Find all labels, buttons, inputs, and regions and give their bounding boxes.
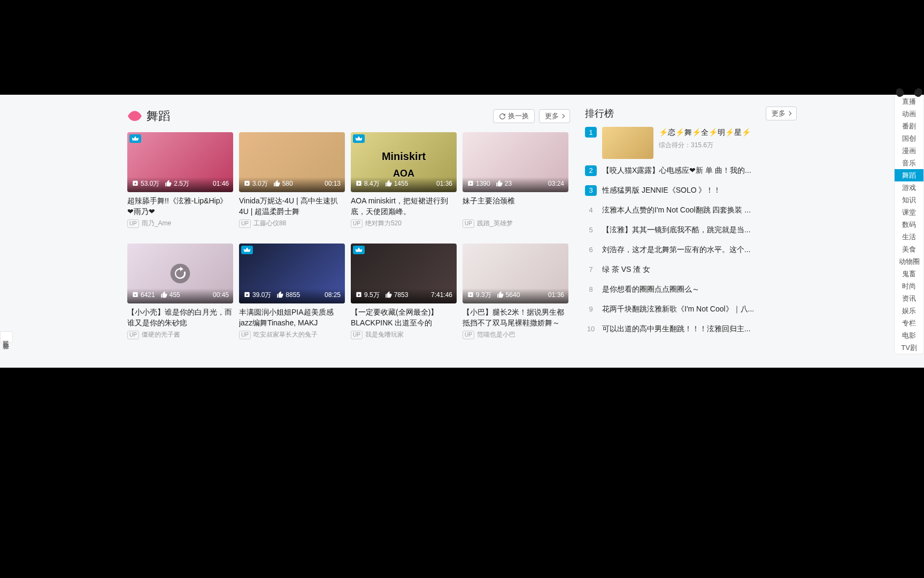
- ranking-item[interactable]: 10 可以出道的高中男生翻跳！！！泫雅回归主...: [585, 321, 797, 337]
- video-duration: 08:25: [325, 291, 341, 299]
- refresh-icon: [499, 113, 506, 120]
- section-title: 舞蹈: [147, 108, 489, 124]
- uploader-name[interactable]: 吃安叔家草长大的兔子: [253, 330, 318, 339]
- like-count: 5640: [497, 291, 520, 299]
- nav-item-漫画[interactable]: 漫画: [895, 144, 923, 157]
- up-badge: UP: [463, 331, 474, 339]
- nav-item-舞蹈[interactable]: 舞蹈: [895, 169, 923, 181]
- video-thumbnail[interactable]: 6421 455 00:45: [127, 244, 233, 303]
- video-thumbnail[interactable]: 53.0万 2.5万 01:46: [127, 132, 233, 192]
- chevron-right-icon: [560, 114, 565, 118]
- video-card: 9.3万 5640 01:36 【小巴】腿长2米！据说男生都抵挡不了双马尾裸鞋撒…: [463, 244, 568, 348]
- like-count: 8855: [276, 291, 300, 299]
- ranking-item[interactable]: 9 花两千块翻跳泫雅新歌《I'm Not Cool》｜八...: [585, 301, 797, 317]
- rank-number: 3: [585, 185, 597, 196]
- uploader-name[interactable]: 我是兔嗜玩家: [365, 330, 404, 339]
- video-card: 3.0万 580 00:13 Vinida万妮达-4U | 高中生速扒4U | …: [239, 132, 345, 237]
- rank-number: 8: [585, 284, 597, 295]
- video-duration: 03:24: [548, 180, 564, 187]
- customer-service-float[interactable]: 联系客服: [0, 331, 13, 343]
- nav-item-知识[interactable]: 知识: [895, 194, 923, 206]
- video-title[interactable]: 丰满圆润小姐姐PIA超美质感jazz编舞Tinashe, MAKJ: [239, 307, 345, 328]
- video-thumbnail[interactable]: 1390 23 03:24: [463, 132, 568, 192]
- video-title[interactable]: Vinida万妮达-4U | 高中生速扒4U | 超温柔爵士舞: [239, 195, 345, 217]
- ranking-item[interactable]: 4 泫雅本人点赞的I'm Not Cool翻跳 四套换装 ...: [585, 202, 797, 218]
- video-card: Miniskirt AOA 8.4万 1455 01:36 AOA minisk…: [351, 132, 457, 237]
- nav-item-美食[interactable]: 美食: [895, 243, 923, 255]
- rank-number: 7: [585, 264, 597, 275]
- ranking-item[interactable]: 3 性感猛男版 JENNIE《SOLO 》！！: [585, 182, 797, 199]
- nav-item-资讯[interactable]: 资讯: [895, 292, 923, 305]
- ranking-item[interactable]: 1 ⚡恋⚡舞⚡全⚡明⚡星⚡ 综合得分：315.6万: [585, 127, 797, 159]
- ranking-list: 1 ⚡恋⚡舞⚡全⚡明⚡星⚡ 综合得分：315.6万 2 【咬人猫X露露】心电感应…: [585, 127, 797, 337]
- more-label: 更多: [545, 111, 559, 121]
- up-badge: UP: [351, 219, 363, 228]
- nav-item-电影[interactable]: 电影: [895, 329, 923, 341]
- ranking-more-button[interactable]: 更多: [766, 107, 797, 120]
- video-title[interactable]: AOA miniskirt，把短裙进行到底，天使团巅峰。: [351, 195, 457, 217]
- video-title[interactable]: 【小巴】腿长2米！据说男生都抵挡不了双马尾裸鞋撒娇舞～: [463, 307, 568, 328]
- nav-item-动画[interactable]: 动画: [895, 108, 923, 120]
- nav-item-生活[interactable]: 生活: [895, 231, 923, 243]
- rank-number: 10: [585, 324, 597, 334]
- ranking-item[interactable]: 7 绿 茶 VS 渣 女: [585, 261, 797, 278]
- uploader-name[interactable]: 践踏_英雄梦: [477, 219, 513, 228]
- rank-item-title: 性感猛男版 JENNIE《SOLO 》！！: [602, 186, 797, 195]
- letterbox-bottom: [0, 368, 924, 578]
- uploader-name[interactable]: 僵硬的壳子酱: [142, 330, 180, 339]
- video-thumbnail[interactable]: 9.3万 5640 01:36: [463, 244, 568, 303]
- nav-item-娱乐[interactable]: 娱乐: [895, 305, 923, 317]
- video-thumbnail[interactable]: Miniskirt AOA 8.4万 1455 01:36: [351, 132, 457, 192]
- crown-badge: [129, 134, 141, 143]
- refresh-button[interactable]: 换一换: [493, 109, 535, 123]
- ranking-item[interactable]: 8 是你想看的圈圈点点圈圈么～: [585, 281, 797, 298]
- video-card: 53.0万 2.5万 01:46 超辣舔手舞!!《泫雅-Lip&Hip》❤雨乃❤…: [127, 132, 233, 237]
- nav-item-番剧[interactable]: 番剧: [895, 120, 923, 132]
- like-count: 580: [273, 180, 293, 187]
- like-count: 2.5万: [165, 179, 189, 188]
- like-count: 23: [496, 180, 512, 187]
- nav-item-TV剧[interactable]: TV剧: [895, 341, 923, 354]
- uploader-name[interactable]: 绝对舞力520: [365, 219, 402, 228]
- video-thumbnail[interactable]: 39.0万 8855 08:25: [239, 244, 345, 303]
- video-duration: 00:13: [325, 180, 341, 187]
- nav-item-数码[interactable]: 数码: [895, 218, 923, 231]
- nav-item-专栏[interactable]: 专栏: [895, 317, 923, 329]
- up-badge: UP: [351, 331, 363, 339]
- more-button[interactable]: 更多: [539, 109, 570, 123]
- rank-item-title: 绿 茶 VS 渣 女: [602, 265, 797, 275]
- ranking-item[interactable]: 2 【咬人猫X露露】心电感应❤新 单 曲！我的...: [585, 162, 797, 179]
- thumb-overlay-text: Miniskirt: [351, 150, 457, 163]
- nav-item-课堂[interactable]: 课堂: [895, 206, 923, 218]
- ranking-item[interactable]: 5 【泫雅】其其一镜到底我不酷，跳完就是当...: [585, 222, 797, 238]
- nav-item-直播[interactable]: 直播: [895, 95, 923, 108]
- uploader-name[interactable]: 雨乃_Ame: [142, 219, 171, 228]
- video-title[interactable]: 【一定要收藏(全网最全)】BLACKPINK 出道至今的: [351, 307, 457, 328]
- ranking-item[interactable]: 6 刘浩存，这才是北舞第一应有的水平。这个...: [585, 241, 797, 258]
- video-title[interactable]: 超辣舔手舞!!《泫雅-Lip&Hip》❤雨乃❤: [127, 195, 233, 217]
- video-thumbnail[interactable]: 9.5万 7853 7:41:46: [351, 244, 457, 303]
- nav-item-国创[interactable]: 国创: [895, 132, 923, 144]
- up-badge: UP: [239, 331, 251, 339]
- rank-item-title: 可以出道的高中男生翻跳！！！泫雅回归主...: [602, 324, 797, 334]
- video-title[interactable]: 妹子主要治颈椎: [463, 195, 568, 217]
- nav-item-动物圈[interactable]: 动物圈: [895, 255, 923, 268]
- rank-item-title: ⚡恋⚡舞⚡全⚡明⚡星⚡: [659, 127, 797, 138]
- refresh-overlay-icon: [127, 244, 233, 303]
- play-count: 1390: [467, 180, 490, 187]
- video-duration: 00:45: [213, 291, 229, 299]
- play-count: 8.4万: [355, 179, 380, 188]
- nav-item-鬼畜[interactable]: 鬼畜: [895, 268, 923, 280]
- rank-number: 5: [585, 225, 597, 235]
- video-thumbnail[interactable]: 3.0万 580 00:13: [239, 132, 345, 192]
- nav-item-音乐[interactable]: 音乐: [895, 157, 923, 169]
- dance-section: 舞蹈 换一换 更多 53.0万 2.5万: [127, 107, 570, 368]
- play-count: 6421: [132, 291, 155, 299]
- video-title[interactable]: 【小小壳】谁是你的白月光，而谁又是你的朱砂痣: [127, 307, 233, 328]
- viewport: 舞蹈 换一换 更多 53.0万 2.5万: [0, 95, 924, 368]
- uploader-name[interactable]: 工藤心仪88: [253, 219, 286, 228]
- uploader-name[interactable]: 范喵也是小巴: [477, 330, 515, 339]
- rank-number: 1: [585, 127, 597, 138]
- nav-item-时尚[interactable]: 时尚: [895, 280, 923, 292]
- nav-item-游戏[interactable]: 游戏: [895, 181, 923, 194]
